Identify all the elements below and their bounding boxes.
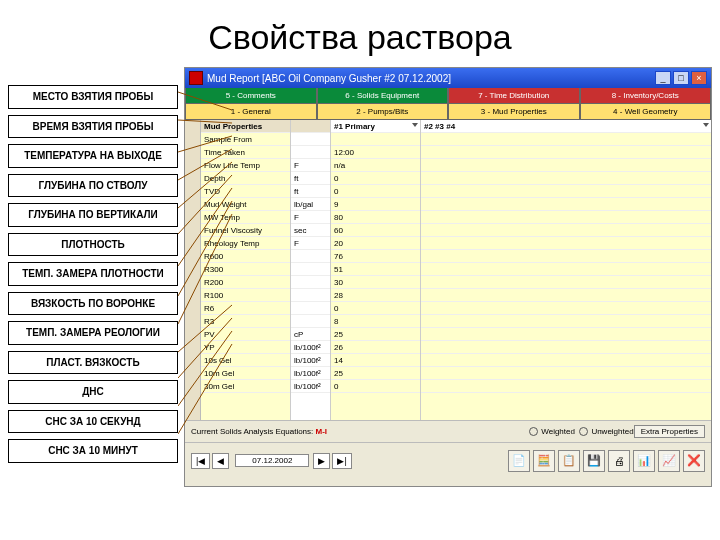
grid-cell[interactable]: Flow Line Temp: [201, 159, 290, 172]
grid-cell[interactable]: R200: [201, 276, 290, 289]
grid-cell[interactable]: 0: [331, 185, 420, 198]
grid-cell[interactable]: Rheology Temp: [201, 237, 290, 250]
grid-cell[interactable]: R3: [201, 315, 290, 328]
grid-cell[interactable]: sec: [291, 224, 330, 237]
tab[interactable]: 3 - Mud Properties: [448, 104, 580, 120]
grid-cell[interactable]: [421, 380, 711, 393]
grid-cell[interactable]: 28: [331, 289, 420, 302]
grid-cell[interactable]: lb/100f²: [291, 380, 330, 393]
grid-cell[interactable]: 0: [331, 302, 420, 315]
close-button[interactable]: ×: [691, 71, 707, 85]
minimize-button[interactable]: _: [655, 71, 671, 85]
grid-cell[interactable]: ft: [291, 185, 330, 198]
grid-cell[interactable]: 12:00: [331, 146, 420, 159]
grid-cell[interactable]: 20: [331, 237, 420, 250]
grid-cell[interactable]: 0: [331, 380, 420, 393]
grid-cell[interactable]: lb/100f²: [291, 354, 330, 367]
tab[interactable]: 4 - Well Geometry: [580, 104, 712, 120]
toolbar-button[interactable]: 💾: [583, 450, 605, 472]
grid-cell[interactable]: 9: [331, 198, 420, 211]
grid-cell[interactable]: n/a: [331, 159, 420, 172]
grid-cell[interactable]: [421, 315, 711, 328]
grid-cell[interactable]: [291, 146, 330, 159]
grid-cell[interactable]: MW Temp: [201, 211, 290, 224]
radio-unweighted[interactable]: [579, 427, 588, 436]
extra-properties-button[interactable]: Extra Properties: [634, 425, 705, 438]
grid-cell[interactable]: [331, 133, 420, 146]
grid-cell[interactable]: [421, 250, 711, 263]
tab[interactable]: 5 - Comments: [185, 88, 317, 104]
grid-cell[interactable]: [421, 289, 711, 302]
grid-cell[interactable]: [421, 302, 711, 315]
grid-cell[interactable]: [421, 185, 711, 198]
grid-cell[interactable]: [421, 211, 711, 224]
nav-first-button[interactable]: |◀: [191, 453, 210, 469]
grid-cell[interactable]: F: [291, 159, 330, 172]
grid-cell[interactable]: [291, 133, 330, 146]
grid-cell[interactable]: R300: [201, 263, 290, 276]
grid-cell[interactable]: lb/100f²: [291, 367, 330, 380]
toolbar-button[interactable]: 📋: [558, 450, 580, 472]
grid-cell[interactable]: Mud Properties: [201, 120, 290, 133]
grid-cell[interactable]: 30: [331, 276, 420, 289]
grid-cell[interactable]: [421, 172, 711, 185]
grid-cell[interactable]: #1 Primary: [331, 120, 420, 133]
grid-cell[interactable]: [421, 146, 711, 159]
grid-cell[interactable]: [291, 250, 330, 263]
grid-cell[interactable]: [421, 133, 711, 146]
nav-next-button[interactable]: ▶: [313, 453, 330, 469]
grid-cell[interactable]: [291, 302, 330, 315]
grid-cell[interactable]: Time Taken: [201, 146, 290, 159]
grid-cell[interactable]: Depth: [201, 172, 290, 185]
tab[interactable]: 2 - Pumps/Bits: [317, 104, 449, 120]
toolbar-button[interactable]: ❌: [683, 450, 705, 472]
grid-cell[interactable]: [421, 224, 711, 237]
grid-cell[interactable]: Funnel Viscosity: [201, 224, 290, 237]
maximize-button[interactable]: □: [673, 71, 689, 85]
grid-cell[interactable]: [421, 159, 711, 172]
grid-cell[interactable]: 76: [331, 250, 420, 263]
toolbar-button[interactable]: 🧮: [533, 450, 555, 472]
grid-cell[interactable]: [421, 263, 711, 276]
grid-cell[interactable]: 25: [331, 328, 420, 341]
toolbar-button[interactable]: 🖨: [608, 450, 630, 472]
grid-cell[interactable]: [291, 289, 330, 302]
grid-cell[interactable]: R6: [201, 302, 290, 315]
grid-cell[interactable]: 25: [331, 367, 420, 380]
grid-cell[interactable]: [291, 276, 330, 289]
grid-cell[interactable]: [421, 328, 711, 341]
grid-cell[interactable]: [421, 367, 711, 380]
grid-cell[interactable]: F: [291, 237, 330, 250]
grid-cell[interactable]: [291, 263, 330, 276]
grid-cell[interactable]: Sample From: [201, 133, 290, 146]
grid-cell[interactable]: [421, 354, 711, 367]
grid-cell[interactable]: 8: [331, 315, 420, 328]
grid-cell[interactable]: 51: [331, 263, 420, 276]
grid-cell[interactable]: 10m Gel: [201, 367, 290, 380]
grid-cell[interactable]: lb/gal: [291, 198, 330, 211]
grid-cell[interactable]: Mud Weight: [201, 198, 290, 211]
grid-cell[interactable]: 30m Gel: [201, 380, 290, 393]
grid-cell[interactable]: lb/100f²: [291, 341, 330, 354]
toolbar-button[interactable]: 📊: [633, 450, 655, 472]
grid-cell[interactable]: [421, 198, 711, 211]
tab[interactable]: 6 - Solids Equipment: [317, 88, 449, 104]
grid-cell[interactable]: cP: [291, 328, 330, 341]
grid-cell[interactable]: PV: [201, 328, 290, 341]
grid-cell[interactable]: 26: [331, 341, 420, 354]
toolbar-button[interactable]: 📄: [508, 450, 530, 472]
nav-prev-button[interactable]: ◀: [212, 453, 229, 469]
grid-cell[interactable]: 80: [331, 211, 420, 224]
tab[interactable]: 8 - Inventory/Costs: [580, 88, 712, 104]
grid-cell[interactable]: R100: [201, 289, 290, 302]
grid-cell[interactable]: R600: [201, 250, 290, 263]
grid-cell[interactable]: #2 #3 #4: [421, 120, 711, 133]
grid-cell[interactable]: 14: [331, 354, 420, 367]
grid-cell[interactable]: 10s Gel: [201, 354, 290, 367]
grid-cell[interactable]: YP: [201, 341, 290, 354]
nav-last-button[interactable]: ▶|: [332, 453, 351, 469]
grid-cell[interactable]: [291, 315, 330, 328]
tab[interactable]: 1 - General: [185, 104, 317, 120]
grid-cell[interactable]: [291, 120, 330, 133]
grid-cell[interactable]: F: [291, 211, 330, 224]
